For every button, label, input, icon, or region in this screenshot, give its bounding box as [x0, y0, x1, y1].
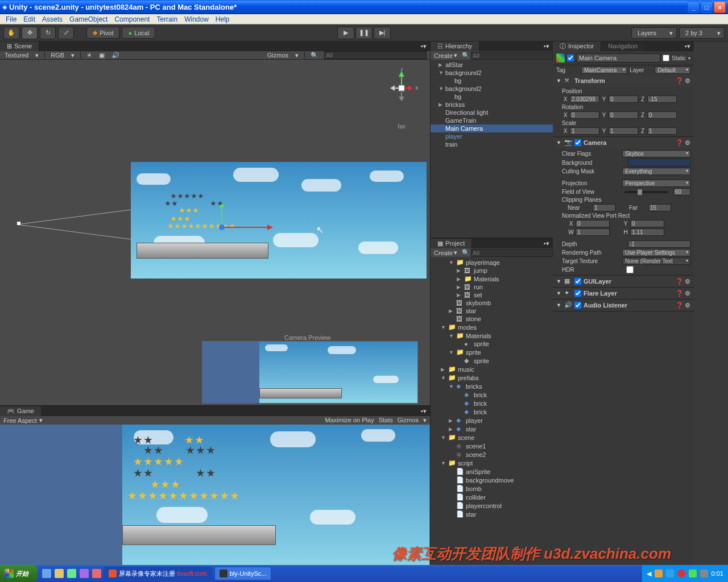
aspect-dropdown[interactable]: Free Aspect [3, 417, 37, 424]
menu-terrain[interactable]: Terrain [153, 15, 181, 23]
scene-viewport[interactable]: y x Iso Camera Preview [0, 60, 430, 405]
hierarchy-item[interactable]: bg [431, 77, 553, 85]
project-item[interactable]: 📄bomb [431, 484, 553, 493]
game-context-icon[interactable]: ▪▾ [417, 408, 430, 415]
task-item-recorder[interactable]: 屏幕录像专家未注册 tlxsoft.com [104, 567, 212, 580]
hierarchy-item[interactable]: train [431, 140, 553, 148]
axis-gizmo[interactable]: y x Iso [384, 68, 419, 102]
guilayer-header[interactable]: ▼▦GUILayer❓⚙ [553, 276, 694, 287]
scene-search[interactable] [324, 51, 427, 59]
camera-enabled-checkbox[interactable] [574, 139, 581, 146]
systray-icon[interactable] [655, 569, 663, 577]
tab-game[interactable]: 🎮Game [0, 406, 42, 416]
near-field[interactable] [593, 204, 615, 211]
step-button[interactable]: ▶| [374, 27, 391, 39]
project-item[interactable]: ◈brick [431, 408, 553, 416]
hierarchy-item[interactable]: ▶brickss [431, 101, 553, 109]
maximize-button[interactable]: □ [701, 1, 713, 13]
scl-x-field[interactable] [570, 127, 599, 135]
project-item[interactable]: ◉scene1 [431, 442, 553, 450]
game-gizmos[interactable]: Gizmos [398, 417, 419, 424]
project-item[interactable]: ▶🖼jump [431, 267, 553, 275]
tab-scene[interactable]: ⊞Scene [0, 41, 39, 51]
hierarchy-item[interactable]: bg [431, 93, 553, 101]
help-icon[interactable]: ❓ [676, 139, 684, 147]
project-item[interactable]: ◈brick [431, 399, 553, 408]
help-icon[interactable]: ❓ [676, 77, 684, 85]
systray-icon[interactable] [677, 569, 685, 577]
scl-y-field[interactable] [609, 127, 638, 135]
project-item[interactable]: 📄collider [431, 493, 553, 501]
close-button[interactable]: × [714, 1, 726, 13]
hierarchy-context-icon[interactable]: ▪▾ [540, 43, 553, 50]
stats-button[interactable]: Stats [379, 417, 393, 424]
vp-x-field[interactable] [576, 220, 610, 227]
project-item[interactable]: ◆sprite [431, 356, 553, 365]
project-item[interactable]: ◈brick [431, 390, 553, 399]
hierarchy-item[interactable]: ▼background2 [431, 85, 553, 93]
move-gizmo[interactable] [210, 205, 279, 239]
task-item-unity[interactable]: bly-UnitySc... [214, 567, 272, 580]
layout-dropdown[interactable]: 2 by 3 [679, 27, 725, 39]
project-item[interactable]: ▼📁script [431, 459, 553, 467]
project-item[interactable]: ▼◈bricks [431, 382, 553, 390]
move-tool[interactable]: ✥ [22, 27, 38, 39]
inspector-context-icon[interactable]: ▪▾ [681, 43, 694, 50]
gear-icon[interactable]: ⚙ [685, 77, 690, 85]
scale-tool[interactable]: ⤢ [58, 27, 74, 39]
vp-w-field[interactable] [576, 228, 610, 236]
systray-icon[interactable] [689, 569, 697, 577]
transform-header[interactable]: ▼ ⤧ Transform ❓⚙ [553, 75, 694, 86]
rot-z-field[interactable] [647, 111, 677, 119]
systray-icon[interactable] [700, 569, 708, 577]
project-item[interactable]: ●sprite [431, 340, 553, 348]
fov-field[interactable] [673, 188, 690, 196]
tag-dropdown[interactable]: MainCamera [581, 66, 627, 74]
hand-tool[interactable]: ✋ [3, 27, 19, 39]
scene-rgb[interactable]: RGB [49, 52, 65, 59]
project-item[interactable]: ▼📁modes [431, 323, 553, 331]
project-item[interactable]: ▶📁Materials [431, 275, 553, 283]
pivot-button[interactable]: ◆Pivot [86, 27, 119, 39]
menu-file[interactable]: File [2, 15, 20, 23]
project-item[interactable]: ▼📁sprite [431, 348, 553, 356]
culling-mask-dropdown[interactable]: Everything [622, 168, 690, 175]
static-checkbox[interactable] [663, 55, 669, 61]
far-field[interactable] [648, 204, 671, 211]
project-item[interactable]: ▶🖼set [431, 291, 553, 299]
tray-icon[interactable] [80, 569, 89, 578]
projection-dropdown[interactable]: Perspective [622, 180, 690, 187]
scene-context-icon[interactable]: ▪▾ [417, 43, 430, 50]
fx-icon[interactable]: ▣ [98, 52, 106, 59]
pos-y-field[interactable] [609, 95, 638, 103]
project-item[interactable]: 📄backgroundmove [431, 476, 553, 484]
hdr-checkbox[interactable] [626, 266, 634, 273]
systray-icon[interactable] [666, 569, 674, 577]
project-create[interactable]: Create [434, 250, 453, 256]
tab-project[interactable]: ▦Project [431, 239, 472, 248]
target-texture-field[interactable]: None (Render Text [622, 257, 690, 265]
start-button[interactable]: 开始 [0, 565, 38, 582]
project-item[interactable]: ▶🖼star [431, 307, 553, 315]
layers-dropdown[interactable]: Layers [631, 27, 677, 39]
game-viewport[interactable] [0, 425, 430, 565]
project-item[interactable]: 🖼stone [431, 315, 553, 323]
pos-x-field[interactable] [570, 95, 599, 103]
systray-clock[interactable]: 0:01 [712, 570, 723, 577]
hierarchy-item[interactable]: Directional light [431, 109, 553, 117]
gear-icon[interactable]: ⚙ [685, 139, 690, 147]
fov-slider[interactable] [624, 191, 668, 193]
maximize-on-play[interactable]: Maximize on Play [325, 417, 374, 424]
tab-navigation[interactable]: Navigation [601, 41, 645, 51]
local-button[interactable]: ●Local [122, 27, 155, 39]
hierarchy-item[interactable]: player [431, 132, 553, 140]
minimize-button[interactable]: _ [688, 1, 700, 13]
depth-field[interactable] [628, 240, 690, 248]
project-item[interactable]: 📄aniSprite [431, 467, 553, 476]
project-item[interactable]: 🖼skybomb [431, 299, 553, 307]
tray-icon[interactable] [55, 569, 64, 578]
layer-dropdown[interactable]: Default [655, 66, 690, 74]
play-button[interactable]: ▶ [337, 27, 354, 39]
background-color-picker[interactable] [628, 159, 690, 167]
project-item[interactable]: ▼📁Materials [431, 331, 553, 340]
